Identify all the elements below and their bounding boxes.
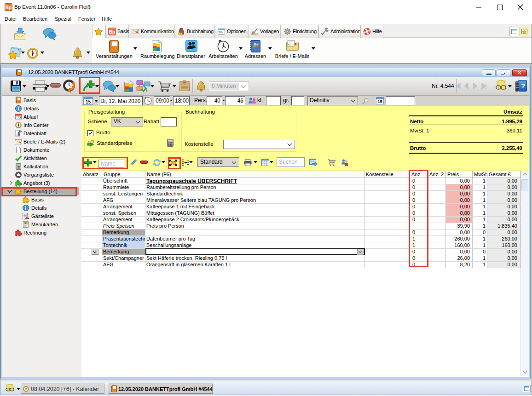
svg-text:15: 15	[86, 99, 91, 104]
svg-text:Bp: Bp	[6, 5, 12, 10]
svg-text:15: 15	[377, 99, 382, 104]
